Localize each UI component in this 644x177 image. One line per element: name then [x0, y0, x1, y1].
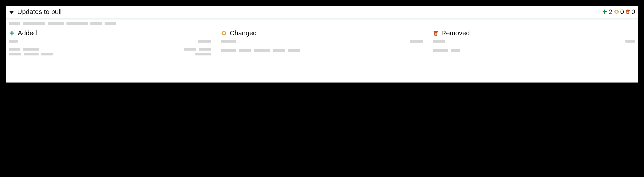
skeleton-row-top	[9, 22, 635, 25]
skeleton	[198, 40, 211, 43]
list-item	[9, 53, 211, 55]
added-label: Added	[18, 29, 37, 37]
removed-count: 0	[631, 8, 635, 16]
removed-subheader	[433, 40, 635, 45]
panel-body: Added	[6, 20, 638, 62]
removed-column-header: Removed	[433, 29, 635, 37]
changed-column-header: Changed	[221, 29, 423, 37]
removed-label: Removed	[441, 29, 470, 37]
skeleton	[199, 48, 211, 51]
added-count-group: 2	[602, 8, 612, 16]
changed-count: 0	[620, 8, 624, 16]
skeleton	[433, 49, 448, 52]
skeleton	[626, 40, 635, 43]
added-column: Added	[9, 29, 211, 58]
list-item	[433, 49, 635, 52]
updates-panel: Updates to pull 2 0 0	[6, 6, 638, 83]
skeleton	[9, 53, 21, 55]
changed-subheader	[221, 40, 423, 45]
skeleton	[66, 22, 88, 25]
trash-icon	[433, 30, 439, 36]
list-item	[221, 49, 423, 52]
skeleton	[104, 22, 116, 25]
refresh-icon	[614, 9, 620, 15]
skeleton	[41, 53, 53, 55]
skeleton	[221, 49, 236, 52]
removed-count-group: 0	[625, 8, 635, 16]
caret-down-icon	[9, 11, 14, 14]
skeleton	[195, 53, 211, 55]
skeleton	[24, 53, 38, 55]
plus-icon	[9, 30, 15, 36]
skeleton	[9, 48, 20, 51]
skeleton	[23, 22, 45, 25]
refresh-icon	[221, 30, 227, 36]
skeleton	[254, 49, 270, 52]
skeleton	[184, 48, 196, 51]
skeleton	[9, 22, 20, 25]
skeleton	[23, 48, 39, 51]
trash-icon	[625, 9, 630, 15]
columns: Added	[9, 29, 635, 58]
skeleton	[48, 22, 64, 25]
changed-count-group: 0	[614, 8, 624, 16]
panel-header-counts: 2 0 0	[602, 8, 635, 16]
skeleton	[451, 49, 460, 52]
removed-column: Removed	[433, 29, 635, 58]
skeleton	[90, 22, 102, 25]
panel-header: Updates to pull 2 0 0	[6, 6, 638, 18]
added-column-header: Added	[9, 29, 211, 37]
skeleton	[221, 40, 236, 43]
skeleton	[410, 40, 423, 43]
skeleton	[433, 40, 445, 43]
skeleton	[288, 49, 300, 52]
panel-header-left[interactable]: Updates to pull	[8, 8, 62, 16]
panel-title: Updates to pull	[17, 8, 62, 16]
changed-column: Changed	[221, 29, 423, 58]
added-count: 2	[608, 8, 612, 16]
list-item	[9, 48, 211, 51]
added-subheader	[9, 40, 211, 45]
skeleton	[273, 49, 285, 52]
changed-label: Changed	[230, 29, 257, 37]
plus-icon	[602, 9, 608, 15]
skeleton	[9, 40, 18, 43]
skeleton	[239, 49, 252, 52]
